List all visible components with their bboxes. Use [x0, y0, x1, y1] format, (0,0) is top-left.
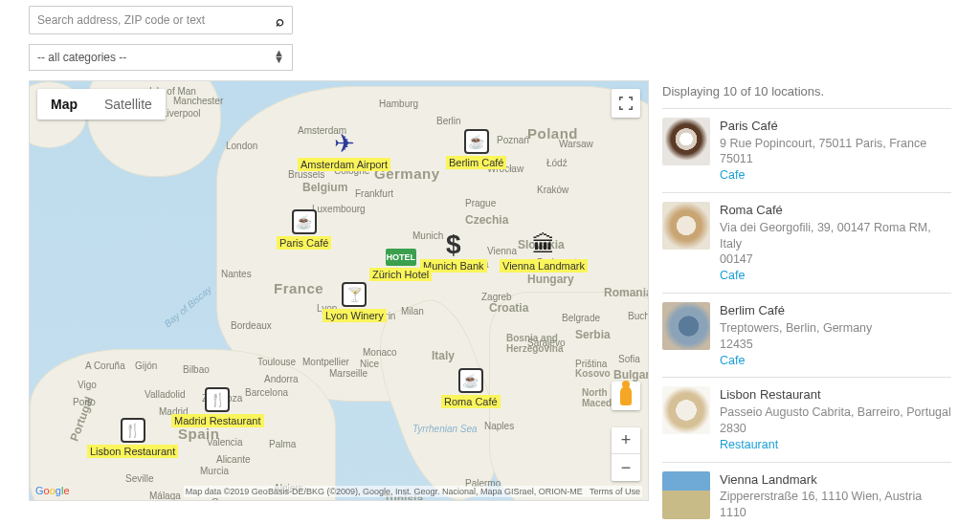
map-marker[interactable]: HOTELZürich Hotel: [369, 249, 432, 281]
location-item[interactable]: Roma CaféVia dei Georgofili, 39, 00147 R…: [662, 192, 951, 293]
location-title: Lisbon Restaurant: [720, 386, 951, 404]
location-thumbnail: [662, 302, 710, 350]
location-info: Berlim CaféTreptowers, Berlin, Germany12…: [720, 302, 872, 368]
map-attribution-logo: Google: [35, 485, 70, 496]
food-icon: 🍴: [121, 418, 145, 443]
dollar-icon: $: [441, 232, 466, 257]
fullscreen-icon: [619, 97, 633, 110]
location-info: Lisbon RestaurantPasseio Augusto Cabrita…: [720, 386, 951, 452]
location-item[interactable]: Berlim CaféTreptowers, Berlin, Germany12…: [662, 293, 951, 377]
location-item[interactable]: Paris Café9 Rue Popincourt, 75011 Paris,…: [662, 108, 951, 192]
map-marker[interactable]: 🍸Lyon Winery: [323, 282, 387, 322]
location-category[interactable]: Restaurant: [720, 437, 951, 453]
map-type-satellite[interactable]: Satellite: [91, 89, 166, 120]
hotel-icon: HOTEL: [386, 249, 416, 266]
location-info: Paris Café9 Rue Popincourt, 75011 Paris,…: [720, 118, 926, 184]
zoom-in-button[interactable]: +: [612, 427, 640, 454]
map-marker[interactable]: ☕Berlim Café: [446, 129, 506, 169]
location-address: 9 Rue Popincourt, 75011 Paris, France: [720, 136, 926, 152]
category-select-label: -- all categories --: [37, 51, 126, 64]
map[interactable]: Ireland Germany France Spain Poland Port…: [29, 80, 649, 501]
location-thumbnail: [662, 471, 710, 519]
location-address: Via dei Georgofili, 39, 00147 Roma RM, I…: [720, 220, 951, 252]
location-category[interactable]: Cafe: [720, 268, 951, 284]
location-category[interactable]: Cafe: [720, 353, 872, 369]
search-icon[interactable]: ⌕: [276, 12, 284, 29]
marker-label: Madrid Restaurant: [171, 414, 264, 427]
pegman-icon: [620, 386, 632, 405]
location-item[interactable]: Lisbon RestaurantPasseio Augusto Cabrita…: [662, 377, 951, 461]
marker-label: Lisbon Restaurant: [87, 445, 178, 458]
location-address: Zippererstraße 16, 1110 Wien, Austria: [720, 489, 922, 505]
food-icon: 🍴: [205, 387, 230, 412]
location-zip: 75011: [720, 151, 926, 167]
location-zip: 12435: [720, 337, 872, 353]
location-title: Paris Café: [720, 118, 926, 135]
zoom-control: + −: [612, 427, 640, 481]
map-marker[interactable]: ✈Amsterdam Airport: [298, 131, 390, 171]
map-marker[interactable]: 🍴Lisbon Restaurant: [87, 418, 178, 458]
location-thumbnail: [662, 386, 710, 434]
marker-label: Lyon Winery: [323, 309, 387, 322]
fullscreen-button[interactable]: [612, 89, 640, 118]
plane-icon: ✈: [332, 131, 357, 156]
location-title: Vienna Landmark: [720, 471, 922, 489]
category-select[interactable]: -- all categories -- ▲▼: [29, 44, 293, 71]
winery-icon: 🍸: [342, 282, 367, 307]
marker-label: Paris Café: [277, 236, 331, 250]
location-address: Passeio Augusto Cabrita, Barreiro, Portu…: [720, 404, 951, 421]
search-input[interactable]: [30, 7, 259, 33]
marker-label: Zürich Hotel: [369, 268, 432, 281]
cafe-icon: ☕: [458, 368, 483, 393]
map-marker[interactable]: 🏛Vienna Landmark: [500, 232, 588, 273]
zoom-out-button[interactable]: −: [612, 454, 640, 481]
chevron-updown-icon: ▲▼: [274, 50, 284, 63]
pegman-button[interactable]: [612, 382, 640, 410]
location-info: Vienna LandmarkZippererstraße 16, 1110 W…: [720, 471, 922, 524]
map-marker[interactable]: ☕Paris Café: [277, 209, 331, 250]
locations-sidebar: Displaying 10 of 10 locations. Paris Caf…: [662, 80, 951, 524]
map-type-map[interactable]: Map: [37, 89, 91, 120]
location-zip: 00147: [720, 251, 951, 268]
building-icon: 🏛: [531, 232, 556, 257]
search-box[interactable]: ⌕: [29, 6, 293, 34]
location-thumbnail: [662, 202, 710, 250]
location-thumbnail: [662, 118, 710, 165]
location-zip: 1110: [720, 505, 922, 521]
map-type-control: Map Satellite: [37, 89, 166, 120]
marker-label: Amsterdam Airport: [298, 158, 390, 171]
cafe-icon: ☕: [292, 209, 317, 234]
location-category[interactable]: Cafe: [720, 167, 926, 184]
map-marker[interactable]: 🍴Madrid Restaurant: [171, 387, 264, 427]
location-item[interactable]: Vienna LandmarkZippererstraße 16, 1110 W…: [662, 462, 951, 524]
terms-link[interactable]: Terms of Use: [590, 487, 640, 496]
location-title: Roma Café: [720, 202, 951, 219]
map-attribution-text: Map data ©2019 GeoBasis-DE/BKG (©2009), …: [184, 486, 642, 497]
marker-label: Roma Café: [441, 395, 501, 408]
results-status: Displaying 10 of 10 locations.: [662, 84, 951, 98]
location-zip: 2830: [720, 421, 951, 437]
cafe-icon: ☕: [464, 129, 489, 154]
location-info: Roma CaféVia dei Georgofili, 39, 00147 R…: [720, 202, 951, 284]
map-marker[interactable]: ☕Roma Café: [441, 368, 501, 408]
locations-list: Paris Café9 Rue Popincourt, 75011 Paris,…: [662, 108, 951, 524]
marker-label: Berlim Café: [446, 156, 506, 169]
location-title: Berlim Café: [720, 302, 872, 319]
location-address: Treptowers, Berlin, Germany: [720, 320, 872, 337]
marker-label: Vienna Landmark: [500, 259, 588, 273]
